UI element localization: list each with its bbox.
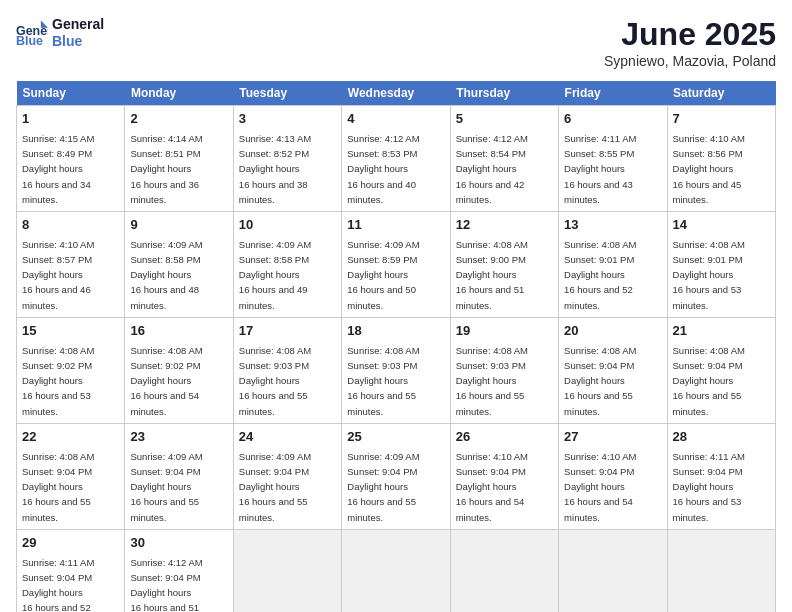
day-info: Sunrise: 4:09 AMSunset: 9:04 PMDaylight … <box>130 451 202 523</box>
day-info: Sunrise: 4:08 AMSunset: 9:00 PMDaylight … <box>456 239 528 311</box>
calendar-day-cell: 12Sunrise: 4:08 AMSunset: 9:00 PMDayligh… <box>450 211 558 317</box>
calendar-week-row: 15Sunrise: 4:08 AMSunset: 9:02 PMDayligh… <box>17 317 776 423</box>
day-info: Sunrise: 4:11 AMSunset: 9:04 PMDaylight … <box>673 451 745 523</box>
weekday-header: Friday <box>559 81 667 106</box>
calendar-day-cell: 21Sunrise: 4:08 AMSunset: 9:04 PMDayligh… <box>667 317 775 423</box>
calendar-day-cell: 25Sunrise: 4:09 AMSunset: 9:04 PMDayligh… <box>342 423 450 529</box>
day-number: 15 <box>22 322 119 341</box>
day-number: 25 <box>347 428 444 447</box>
day-info: Sunrise: 4:12 AMSunset: 8:53 PMDaylight … <box>347 133 419 205</box>
calendar-day-cell <box>559 529 667 612</box>
day-info: Sunrise: 4:08 AMSunset: 9:03 PMDaylight … <box>347 345 419 417</box>
calendar-day-cell <box>233 529 341 612</box>
svg-text:Blue: Blue <box>16 34 43 48</box>
day-number: 7 <box>673 110 770 129</box>
day-number: 29 <box>22 534 119 553</box>
location-subtitle: Sypniewo, Mazovia, Poland <box>604 53 776 69</box>
day-info: Sunrise: 4:08 AMSunset: 9:01 PMDaylight … <box>673 239 745 311</box>
day-info: Sunrise: 4:09 AMSunset: 9:04 PMDaylight … <box>347 451 419 523</box>
day-info: Sunrise: 4:08 AMSunset: 9:02 PMDaylight … <box>130 345 202 417</box>
logo-text: General Blue <box>52 16 104 50</box>
day-number: 27 <box>564 428 661 447</box>
day-number: 23 <box>130 428 227 447</box>
calendar-day-cell: 30Sunrise: 4:12 AMSunset: 9:04 PMDayligh… <box>125 529 233 612</box>
calendar-day-cell: 7Sunrise: 4:10 AMSunset: 8:56 PMDaylight… <box>667 106 775 212</box>
calendar-day-cell: 8Sunrise: 4:10 AMSunset: 8:57 PMDaylight… <box>17 211 125 317</box>
calendar-day-cell: 20Sunrise: 4:08 AMSunset: 9:04 PMDayligh… <box>559 317 667 423</box>
weekday-header: Wednesday <box>342 81 450 106</box>
day-number: 20 <box>564 322 661 341</box>
calendar-day-cell: 9Sunrise: 4:09 AMSunset: 8:58 PMDaylight… <box>125 211 233 317</box>
day-number: 3 <box>239 110 336 129</box>
day-number: 22 <box>22 428 119 447</box>
calendar-day-cell: 13Sunrise: 4:08 AMSunset: 9:01 PMDayligh… <box>559 211 667 317</box>
day-number: 24 <box>239 428 336 447</box>
day-info: Sunrise: 4:11 AMSunset: 8:55 PMDaylight … <box>564 133 636 205</box>
day-info: Sunrise: 4:09 AMSunset: 9:04 PMDaylight … <box>239 451 311 523</box>
calendar-day-cell <box>450 529 558 612</box>
day-number: 9 <box>130 216 227 235</box>
day-number: 30 <box>130 534 227 553</box>
day-info: Sunrise: 4:11 AMSunset: 9:04 PMDaylight … <box>22 557 94 612</box>
day-number: 28 <box>673 428 770 447</box>
day-info: Sunrise: 4:08 AMSunset: 9:03 PMDaylight … <box>456 345 528 417</box>
weekday-header: Saturday <box>667 81 775 106</box>
weekday-header: Monday <box>125 81 233 106</box>
calendar-day-cell: 4Sunrise: 4:12 AMSunset: 8:53 PMDaylight… <box>342 106 450 212</box>
day-info: Sunrise: 4:08 AMSunset: 9:04 PMDaylight … <box>22 451 94 523</box>
day-number: 4 <box>347 110 444 129</box>
calendar-table: SundayMondayTuesdayWednesdayThursdayFrid… <box>16 81 776 612</box>
day-number: 26 <box>456 428 553 447</box>
calendar-day-cell: 17Sunrise: 4:08 AMSunset: 9:03 PMDayligh… <box>233 317 341 423</box>
calendar-day-cell: 2Sunrise: 4:14 AMSunset: 8:51 PMDaylight… <box>125 106 233 212</box>
day-info: Sunrise: 4:08 AMSunset: 9:03 PMDaylight … <box>239 345 311 417</box>
day-number: 16 <box>130 322 227 341</box>
logo-line2: Blue <box>52 33 104 50</box>
calendar-day-cell <box>667 529 775 612</box>
day-info: Sunrise: 4:14 AMSunset: 8:51 PMDaylight … <box>130 133 202 205</box>
page-header: General Blue General Blue June 2025 Sypn… <box>16 16 776 69</box>
logo-line1: General <box>52 16 104 33</box>
day-info: Sunrise: 4:09 AMSunset: 8:58 PMDaylight … <box>130 239 202 311</box>
day-info: Sunrise: 4:13 AMSunset: 8:52 PMDaylight … <box>239 133 311 205</box>
day-info: Sunrise: 4:08 AMSunset: 9:02 PMDaylight … <box>22 345 94 417</box>
day-number: 5 <box>456 110 553 129</box>
day-info: Sunrise: 4:15 AMSunset: 8:49 PMDaylight … <box>22 133 94 205</box>
day-number: 14 <box>673 216 770 235</box>
day-info: Sunrise: 4:12 AMSunset: 8:54 PMDaylight … <box>456 133 528 205</box>
day-info: Sunrise: 4:08 AMSunset: 9:01 PMDaylight … <box>564 239 636 311</box>
day-info: Sunrise: 4:10 AMSunset: 9:04 PMDaylight … <box>564 451 636 523</box>
calendar-week-row: 29Sunrise: 4:11 AMSunset: 9:04 PMDayligh… <box>17 529 776 612</box>
title-block: June 2025 Sypniewo, Mazovia, Poland <box>604 16 776 69</box>
calendar-day-cell: 14Sunrise: 4:08 AMSunset: 9:01 PMDayligh… <box>667 211 775 317</box>
calendar-week-row: 8Sunrise: 4:10 AMSunset: 8:57 PMDaylight… <box>17 211 776 317</box>
calendar-day-cell: 5Sunrise: 4:12 AMSunset: 8:54 PMDaylight… <box>450 106 558 212</box>
calendar-day-cell: 28Sunrise: 4:11 AMSunset: 9:04 PMDayligh… <box>667 423 775 529</box>
day-number: 13 <box>564 216 661 235</box>
calendar-day-cell: 11Sunrise: 4:09 AMSunset: 8:59 PMDayligh… <box>342 211 450 317</box>
calendar-day-cell: 3Sunrise: 4:13 AMSunset: 8:52 PMDaylight… <box>233 106 341 212</box>
calendar-day-cell: 1Sunrise: 4:15 AMSunset: 8:49 PMDaylight… <box>17 106 125 212</box>
day-number: 8 <box>22 216 119 235</box>
logo: General Blue General Blue <box>16 16 104 50</box>
day-number: 17 <box>239 322 336 341</box>
day-info: Sunrise: 4:10 AMSunset: 9:04 PMDaylight … <box>456 451 528 523</box>
day-number: 2 <box>130 110 227 129</box>
day-number: 1 <box>22 110 119 129</box>
calendar-day-cell: 18Sunrise: 4:08 AMSunset: 9:03 PMDayligh… <box>342 317 450 423</box>
day-info: Sunrise: 4:08 AMSunset: 9:04 PMDaylight … <box>564 345 636 417</box>
calendar-day-cell: 22Sunrise: 4:08 AMSunset: 9:04 PMDayligh… <box>17 423 125 529</box>
day-info: Sunrise: 4:09 AMSunset: 8:59 PMDaylight … <box>347 239 419 311</box>
day-number: 18 <box>347 322 444 341</box>
day-info: Sunrise: 4:10 AMSunset: 8:57 PMDaylight … <box>22 239 94 311</box>
day-number: 19 <box>456 322 553 341</box>
day-info: Sunrise: 4:12 AMSunset: 9:04 PMDaylight … <box>130 557 202 612</box>
calendar-day-cell: 15Sunrise: 4:08 AMSunset: 9:02 PMDayligh… <box>17 317 125 423</box>
day-number: 21 <box>673 322 770 341</box>
day-number: 10 <box>239 216 336 235</box>
weekday-header: Sunday <box>17 81 125 106</box>
calendar-day-cell: 10Sunrise: 4:09 AMSunset: 8:58 PMDayligh… <box>233 211 341 317</box>
weekday-header-row: SundayMondayTuesdayWednesdayThursdayFrid… <box>17 81 776 106</box>
calendar-week-row: 22Sunrise: 4:08 AMSunset: 9:04 PMDayligh… <box>17 423 776 529</box>
day-info: Sunrise: 4:10 AMSunset: 8:56 PMDaylight … <box>673 133 745 205</box>
